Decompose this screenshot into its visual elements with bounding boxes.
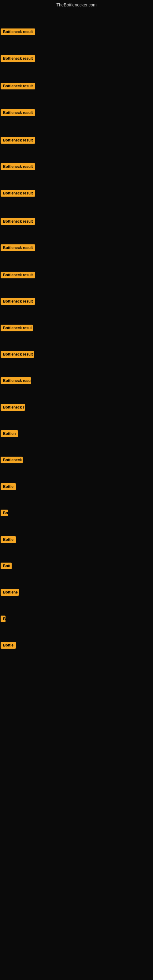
- bottleneck-result-item[interactable]: Bottleneck result: [1, 190, 35, 198]
- bottleneck-result-badge: Bottleneck result: [1, 272, 35, 278]
- bottleneck-result-badge: Bottleneck: [1, 457, 22, 463]
- bottleneck-result-item[interactable]: Bottlen: [1, 430, 18, 438]
- bottleneck-result-badge: Bottleneck result: [1, 218, 35, 225]
- site-title: TheBottlenecker.com: [0, 0, 153, 11]
- bottleneck-result-badge: Bottleneck r: [1, 404, 25, 411]
- bottleneck-result-item[interactable]: Bottleneck result: [1, 351, 34, 359]
- bottleneck-result-badge: Bottleneck result: [1, 298, 35, 305]
- bottleneck-result-item[interactable]: Bottleneck resul: [1, 377, 31, 385]
- bottleneck-result-item[interactable]: Bottleneck result: [1, 272, 35, 280]
- bottleneck-result-badge: B: [1, 616, 5, 622]
- bottleneck-result-badge: Bottleneck result: [1, 190, 35, 197]
- bottleneck-result-badge: Bottleneck result: [1, 163, 35, 170]
- bottleneck-result-item[interactable]: Bottleneck result: [1, 163, 35, 171]
- bottleneck-result-item[interactable]: Bottle: [1, 483, 16, 491]
- bottleneck-result-item[interactable]: Bottleneck result: [1, 244, 35, 252]
- bottleneck-result-badge: Bottleneck result: [1, 29, 35, 35]
- bottleneck-result-badge: Bottleneck result: [1, 137, 35, 144]
- bottleneck-result-item[interactable]: Bottleneck result: [1, 83, 35, 91]
- bottleneck-result-badge: Bottle: [1, 483, 16, 490]
- bottleneck-result-badge: Bottleneck result: [1, 351, 34, 358]
- bottleneck-result-item[interactable]: Bo: [1, 510, 8, 517]
- bottleneck-result-badge: Bottle: [1, 536, 16, 543]
- bottleneck-result-item[interactable]: Bottle: [1, 536, 16, 544]
- bottleneck-result-item[interactable]: Bottleneck r: [1, 404, 25, 412]
- bottleneck-result-badge: Bo: [1, 510, 8, 516]
- bottleneck-result-item[interactable]: Bottleneck result: [1, 29, 35, 37]
- bottleneck-result-item[interactable]: Bottle: [1, 642, 16, 650]
- bottleneck-result-badge: Bottleneck resul: [1, 377, 31, 384]
- bottleneck-result-item[interactable]: Bottleneck result: [1, 298, 35, 306]
- bottleneck-result-badge: Bottleneck result: [1, 109, 35, 116]
- bottleneck-result-item[interactable]: Bottlene: [1, 589, 19, 597]
- bottleneck-result-item[interactable]: Bottleneck result: [1, 55, 35, 63]
- bottleneck-result-badge: Bottleneck result: [1, 55, 35, 62]
- bottleneck-result-item[interactable]: Bott: [1, 563, 12, 571]
- bottleneck-result-item[interactable]: Bottleneck result: [1, 109, 35, 117]
- bottleneck-result-item[interactable]: Bottleneck resul: [1, 325, 33, 332]
- bottleneck-result-badge: Bottle: [1, 642, 16, 649]
- bottleneck-result-item[interactable]: Bottleneck result: [1, 137, 35, 145]
- bottleneck-result-badge: Bottlen: [1, 430, 18, 437]
- bottleneck-result-item[interactable]: Bottleneck: [1, 457, 22, 465]
- bottleneck-result-badge: Bott: [1, 563, 12, 569]
- bottleneck-result-badge: Bottleneck result: [1, 244, 35, 251]
- bottleneck-result-badge: Bottlene: [1, 589, 19, 596]
- bottleneck-result-item[interactable]: Bottleneck result: [1, 218, 35, 226]
- bottleneck-result-item[interactable]: B: [1, 616, 5, 624]
- bottleneck-result-badge: Bottleneck resul: [1, 325, 33, 331]
- bottleneck-result-badge: Bottleneck result: [1, 83, 35, 89]
